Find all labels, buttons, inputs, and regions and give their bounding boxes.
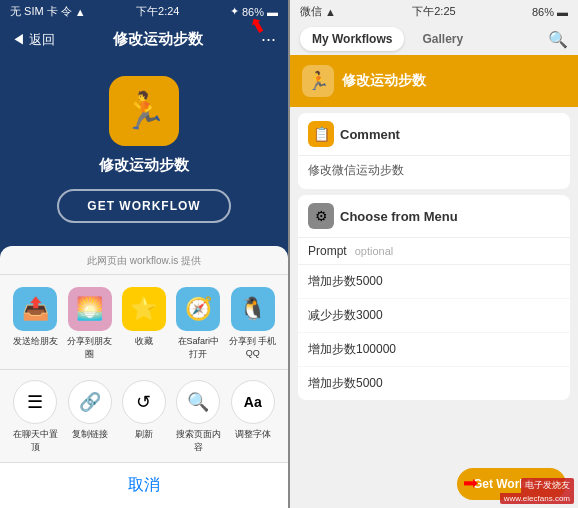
cancel-button[interactable]: 取消 [0, 463, 288, 508]
right-wifi-icon: ▲ [325, 6, 336, 18]
action-search-icon: 🔍 [176, 380, 220, 424]
back-button[interactable]: ◀ 返回 [12, 31, 55, 49]
prompt-row: Prompt optional [298, 238, 570, 265]
menu-item-4[interactable]: 增加步数5000 [298, 367, 570, 400]
action-search-label: 搜索页面内容 [173, 428, 223, 454]
right-battery-icon: ▬ [557, 6, 568, 18]
battery-icon: ▬ [267, 6, 278, 18]
watermark-top: 电子发烧友 [521, 478, 574, 493]
share-icons-row: 📤 发送给朋友 🌅 分享到朋友圈 ⭐ 收藏 🧭 在Safari中 打开 🐧 分享… [0, 275, 288, 370]
right-carrier: 微信 [300, 4, 322, 19]
share-safari-label: 在Safari中 打开 [173, 335, 223, 361]
share-qq-label: 分享到 手机QQ [228, 335, 278, 358]
action-font-icon: Aa [231, 380, 275, 424]
menu-item-1[interactable]: 增加步数5000 [298, 265, 570, 299]
action-search[interactable]: 🔍 搜索页面内容 [173, 380, 223, 454]
action-refresh-label: 刷新 [135, 428, 153, 441]
action-refresh-icon: ↺ [122, 380, 166, 424]
workflow-header: 🏃 修改运动步数 [290, 55, 578, 107]
menu-section-icon: ⚙ [308, 203, 334, 229]
left-status-left: 无 SIM 卡 令 ▲ [10, 4, 86, 19]
share-friend-label: 发送给朋友 [13, 335, 58, 348]
left-nav-bar: ◀ 返回 修改运动步数 ··· [0, 23, 288, 56]
share-safari[interactable]: 🧭 在Safari中 打开 [173, 287, 223, 361]
tab-my-workflows[interactable]: My Workflows [300, 27, 404, 51]
share-sheet: 此网页由 workflow.is 提供 📤 发送给朋友 🌅 分享到朋友圈 ⭐ 收… [0, 246, 288, 508]
share-actions-row: ☰ 在聊天中置顶 🔗 复制链接 ↺ 刷新 🔍 搜索页面内容 Aa 调整字体 [0, 370, 288, 463]
menu-section: ⚙ Choose from Menu Prompt optional 增加步数5… [298, 195, 570, 400]
comment-icon: 📋 [308, 121, 334, 147]
action-pin[interactable]: ☰ 在聊天中置顶 [10, 380, 60, 454]
action-pin-icon: ☰ [13, 380, 57, 424]
app-icon: 🏃 [109, 76, 179, 146]
share-provided-text: 此网页由 workflow.is 提供 [0, 246, 288, 275]
menu-section-title: Choose from Menu [340, 209, 458, 224]
bluetooth-icon: ✦ [230, 5, 239, 18]
right-time: 下午2:25 [412, 4, 455, 19]
menu-item-2[interactable]: 减少步数3000 [298, 299, 570, 333]
comment-section: 📋 Comment 修改微信运动步数 [298, 113, 570, 189]
carrier-text: 无 SIM 卡 令 [10, 4, 72, 19]
search-icon[interactable]: 🔍 [548, 30, 568, 49]
share-safari-icon: 🧭 [176, 287, 220, 331]
red-arrow-get-workflow: ➡ [463, 472, 478, 494]
wifi-icon: ▲ [75, 6, 86, 18]
share-favorite-label: 收藏 [135, 335, 153, 348]
action-copy[interactable]: 🔗 复制链接 [65, 380, 115, 454]
share-moments-icon: 🌅 [68, 287, 112, 331]
get-workflow-button[interactable]: GET WORKFLOW [57, 189, 230, 223]
app-name-label: 修改运动步数 [99, 156, 189, 175]
share-friend[interactable]: 📤 发送给朋友 [10, 287, 60, 361]
action-copy-icon: 🔗 [68, 380, 112, 424]
right-tab-bar: My Workflows Gallery 🔍 [290, 23, 578, 55]
app-icon-emoji: 🏃 [122, 90, 167, 132]
action-pin-label: 在聊天中置顶 [10, 428, 60, 454]
workflow-header-title: 修改运动步数 [342, 72, 426, 90]
watermark: 电子发烧友 www.elecfans.com [500, 478, 574, 504]
left-page-title: 修改运动步数 [113, 30, 203, 49]
share-friend-icon: 📤 [13, 287, 57, 331]
left-time: 下午2:24 [136, 4, 179, 19]
right-content: 🏃 修改运动步数 📋 Comment 修改微信运动步数 ⚙ Choose fro… [290, 55, 578, 508]
left-panel: 无 SIM 卡 令 ▲ 下午2:24 ✦ 86% ▬ ◀ 返回 修改运动步数 ·… [0, 0, 288, 508]
share-favorite[interactable]: ⭐ 收藏 [119, 287, 169, 361]
share-moments-label: 分享到朋友圈 [65, 335, 115, 361]
comment-header: 📋 Comment [298, 113, 570, 156]
action-font-label: 调整字体 [235, 428, 271, 441]
right-battery: 86% [532, 6, 554, 18]
prompt-optional-text: optional [355, 245, 394, 257]
comment-title: Comment [340, 127, 400, 142]
share-favorite-icon: ⭐ [122, 287, 166, 331]
watermark-bottom: www.elecfans.com [500, 493, 574, 504]
workflow-header-icon: 🏃 [302, 65, 334, 97]
right-panel: 微信 ▲ 下午2:25 86% ▬ My Workflows Gallery 🔍… [290, 0, 578, 508]
menu-item-3[interactable]: 增加步数100000 [298, 333, 570, 367]
share-qq[interactable]: 🐧 分享到 手机QQ [228, 287, 278, 361]
prompt-label: Prompt [308, 244, 347, 258]
action-refresh[interactable]: ↺ 刷新 [119, 380, 169, 454]
comment-text: 修改微信运动步数 [298, 156, 570, 189]
right-status-right: 86% ▬ [532, 6, 568, 18]
tab-gallery[interactable]: Gallery [410, 27, 475, 51]
share-qq-icon: 🐧 [231, 287, 275, 331]
menu-section-header: ⚙ Choose from Menu [298, 195, 570, 238]
right-status-left: 微信 ▲ [300, 4, 336, 19]
share-moments[interactable]: 🌅 分享到朋友圈 [65, 287, 115, 361]
action-font[interactable]: Aa 调整字体 [228, 380, 278, 454]
right-status-bar: 微信 ▲ 下午2:25 86% ▬ [290, 0, 578, 23]
action-copy-label: 复制链接 [72, 428, 108, 441]
